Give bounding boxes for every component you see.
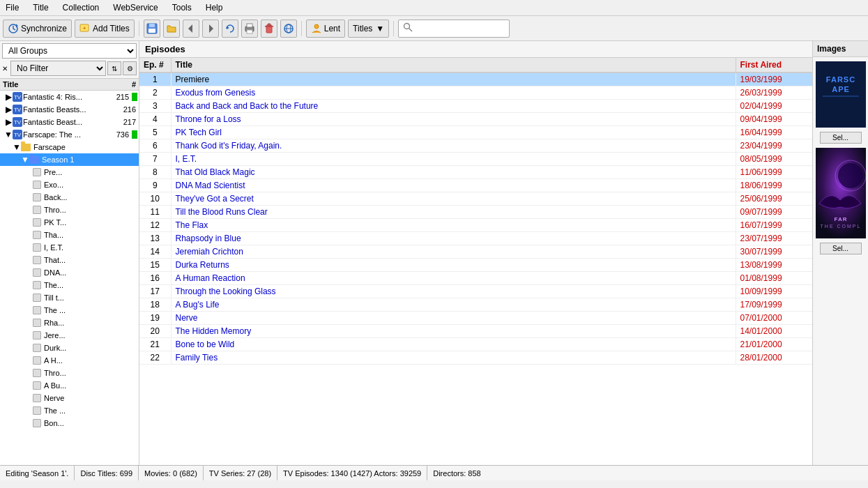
tree-ep-pkt[interactable]: PK T... bbox=[0, 216, 139, 229]
ep-title-cell[interactable]: That Old Black Magic bbox=[171, 166, 736, 179]
toolbar-btn-back[interactable] bbox=[183, 20, 199, 38]
table-row[interactable]: 15Durka Returns13/08/1999 bbox=[139, 259, 812, 272]
tree-ep-till[interactable]: Till t... bbox=[0, 291, 139, 304]
tree-ep-back[interactable]: Back... bbox=[0, 191, 139, 204]
tree-ep-durk[interactable]: Durk... bbox=[0, 342, 139, 354]
ep-title-cell[interactable]: Throne for a Loss bbox=[171, 113, 736, 126]
col-header-epnum[interactable]: Ep. # bbox=[139, 58, 171, 73]
ep-title-cell[interactable]: Through the Looking Glass bbox=[171, 285, 736, 298]
toolbar-btn-web[interactable] bbox=[280, 20, 297, 38]
tree-ep-thro2[interactable]: Thro... bbox=[0, 367, 139, 379]
table-row[interactable]: 20The Hidden Memory14/01/2000 bbox=[139, 325, 812, 338]
expand-fbeasts216[interactable]: ▶ bbox=[4, 105, 13, 114]
ep-title-link[interactable]: Jeremiah Crichton bbox=[176, 247, 243, 257]
tree-ep-that[interactable]: That... bbox=[0, 254, 139, 266]
ep-title-link[interactable]: The Flax bbox=[176, 220, 208, 230]
ep-title-link[interactable]: Rhapsody in Blue bbox=[176, 234, 241, 243]
ep-title-cell[interactable]: PK Tech Girl bbox=[171, 126, 736, 139]
ep-title-link[interactable]: The Hidden Memory bbox=[176, 326, 252, 336]
ep-title-link[interactable]: Nerve bbox=[176, 313, 198, 323]
tree-item-farscapethe[interactable]: ▼ TV Farscape: The ... 736 bbox=[0, 128, 139, 141]
image-select-btn-1[interactable]: Sel... bbox=[820, 132, 862, 144]
ep-title-cell[interactable]: DNA Mad Scientist bbox=[171, 179, 736, 192]
tree-item-farscape[interactable]: ▼ Farscape bbox=[0, 141, 139, 153]
ep-title-link[interactable]: Bone to be Wild bbox=[176, 340, 235, 349]
image-thumb-1[interactable]: FARSC APE bbox=[816, 61, 866, 128]
filter-options-btn[interactable]: ⚙ bbox=[123, 61, 137, 75]
ep-title-cell[interactable]: A Bug's Life bbox=[171, 298, 736, 312]
tree-item-fbeasts216[interactable]: ▶ TV Fantastic Beasts... 216 bbox=[0, 103, 139, 116]
toolbar-btn-save[interactable] bbox=[144, 20, 160, 38]
tree-ep-pre[interactable]: Pre... bbox=[0, 166, 139, 178]
tree-ep-bon[interactable]: Bon... bbox=[0, 417, 139, 429]
table-row[interactable]: 22Family Ties28/01/2000 bbox=[139, 351, 812, 365]
ep-title-link[interactable]: DNA Mad Scientist bbox=[176, 181, 245, 190]
expand-farscapethe[interactable]: ▼ bbox=[4, 130, 13, 139]
table-row[interactable]: 3Back and Back and Back to the Future02/… bbox=[139, 100, 812, 113]
menu-title[interactable]: Title bbox=[30, 1, 51, 14]
ep-title-cell[interactable]: Nerve bbox=[171, 312, 736, 325]
col-header-firstaired[interactable]: First Aired bbox=[736, 58, 812, 73]
ep-title-link[interactable]: Durka Returns bbox=[176, 260, 229, 270]
ep-title-cell[interactable]: Till the Blood Runs Clear bbox=[171, 206, 736, 219]
ep-title-link[interactable]: Through the Looking Glass bbox=[176, 287, 276, 296]
table-row[interactable]: 18A Bug's Life17/09/1999 bbox=[139, 298, 812, 312]
ep-title-link[interactable]: I, E.T. bbox=[176, 154, 197, 164]
synchronize-button[interactable]: Synchronize bbox=[3, 20, 72, 38]
table-row[interactable]: 6Thank God it's Friday, Again.23/04/1999 bbox=[139, 139, 812, 153]
tree-ep-jere[interactable]: Jere... bbox=[0, 329, 139, 342]
table-row[interactable]: 5PK Tech Girl16/04/1999 bbox=[139, 126, 812, 139]
lent-button[interactable]: Lent bbox=[306, 20, 345, 38]
col-header-title[interactable]: Title bbox=[171, 58, 736, 73]
tree-ep-tha[interactable]: Tha... bbox=[0, 229, 139, 241]
ep-title-cell[interactable]: Jeremiah Crichton bbox=[171, 245, 736, 259]
ep-title-cell[interactable]: Bone to be Wild bbox=[171, 338, 736, 351]
menu-tools[interactable]: Tools bbox=[169, 1, 195, 14]
table-row[interactable]: 7I, E.T.08/05/1999 bbox=[139, 153, 812, 166]
table-row[interactable]: 11Till the Blood Runs Clear09/07/1999 bbox=[139, 206, 812, 219]
table-row[interactable]: 1Premiere19/03/1999 bbox=[139, 73, 812, 86]
ep-title-cell[interactable]: I, E.T. bbox=[171, 153, 736, 166]
tree-item-fantastic4[interactable]: ▶ TV Fantastic 4: Ris... 215 bbox=[0, 91, 139, 103]
tree-ep-thehid[interactable]: The ... bbox=[0, 404, 139, 417]
titles-button[interactable]: Titles ▼ bbox=[348, 20, 389, 38]
toolbar-btn-delete[interactable] bbox=[261, 20, 277, 38]
expand-fbeasts217[interactable]: ▶ bbox=[4, 118, 13, 126]
toolbar-btn-print[interactable] bbox=[241, 20, 258, 38]
ep-title-link[interactable]: Thank God it's Friday, Again. bbox=[176, 141, 282, 151]
table-row[interactable]: 21Bone to be Wild21/01/2000 bbox=[139, 338, 812, 351]
group-selector[interactable]: All Groups bbox=[2, 43, 137, 59]
tree-ep-nerve[interactable]: Nerve bbox=[0, 392, 139, 404]
table-row[interactable]: 17Through the Looking Glass10/09/1999 bbox=[139, 285, 812, 298]
tree-ep-dna[interactable]: DNA... bbox=[0, 266, 139, 279]
ep-title-link[interactable]: Back and Back and Back to the Future bbox=[176, 101, 319, 111]
filter-sort-btn[interactable]: ⇅ bbox=[107, 61, 121, 75]
expand-fantastic4[interactable]: ▶ bbox=[4, 93, 13, 101]
tree-ep-thro[interactable]: Thro... bbox=[0, 204, 139, 216]
tree-ep-exo[interactable]: Exo... bbox=[0, 178, 139, 191]
tree-item-season1[interactable]: ▼ Season 1 bbox=[0, 153, 139, 166]
tree-ep-rha[interactable]: Rha... bbox=[0, 317, 139, 329]
toolbar-btn-forward[interactable] bbox=[202, 20, 219, 38]
ep-title-link[interactable]: Till the Blood Runs Clear bbox=[176, 207, 268, 217]
tree-item-fbeasts217[interactable]: ▶ TV Fantastic Beast... 217 bbox=[0, 116, 139, 128]
ep-title-cell[interactable]: Premiere bbox=[171, 73, 736, 86]
ep-title-link[interactable]: A Bug's Life bbox=[176, 300, 220, 310]
ep-title-link[interactable]: That Old Black Magic bbox=[176, 167, 255, 177]
filter-select[interactable]: No Filter bbox=[10, 61, 106, 76]
table-row[interactable]: 9DNA Mad Scientist18/06/1999 bbox=[139, 179, 812, 192]
tree-ep-ah[interactable]: A H... bbox=[0, 354, 139, 367]
toolbar-btn-refresh[interactable] bbox=[222, 20, 238, 38]
ep-title-cell[interactable]: Rhapsody in Blue bbox=[171, 232, 736, 245]
table-row[interactable]: 14Jeremiah Crichton30/07/1999 bbox=[139, 245, 812, 259]
toolbar-btn-open[interactable] bbox=[163, 20, 180, 38]
image-select-btn-2[interactable]: Sel... bbox=[820, 243, 862, 254]
ep-title-cell[interactable]: The Hidden Memory bbox=[171, 325, 736, 338]
ep-title-cell[interactable]: Family Ties bbox=[171, 351, 736, 365]
episodes-table-wrap[interactable]: Ep. # Title First Aired 1Premiere19/03/1… bbox=[139, 58, 812, 465]
expand-season1[interactable]: ▼ bbox=[21, 155, 29, 164]
expand-farscape[interactable]: ▼ bbox=[13, 143, 21, 151]
table-row[interactable]: 12The Flax16/07/1999 bbox=[139, 219, 812, 232]
table-row[interactable]: 8That Old Black Magic11/06/1999 bbox=[139, 166, 812, 179]
ep-title-link[interactable]: Family Ties bbox=[176, 353, 218, 363]
